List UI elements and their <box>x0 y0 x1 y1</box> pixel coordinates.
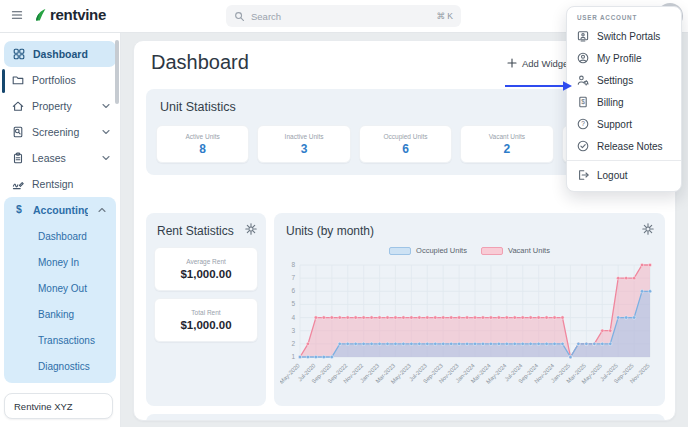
sidebar-scrollbar[interactable] <box>115 40 119 104</box>
svg-text:5: 5 <box>291 300 295 307</box>
chevron-up-icon <box>96 204 108 216</box>
sidebar-subitem-money-in[interactable]: Money In <box>4 249 116 275</box>
signature-icon <box>12 178 24 190</box>
svg-text:$: $ <box>16 204 22 215</box>
menu-item-billing[interactable]: $Billing <box>567 91 681 113</box>
hamburger-menu-icon[interactable] <box>11 9 23 21</box>
dollar-icon: $ <box>13 204 25 216</box>
sidebar-item-rentsign[interactable]: Rentsign <box>0 171 120 197</box>
rent-card-average-rent: Average Rent$1,000.00 <box>154 247 258 291</box>
next-widget-panel-peek <box>146 414 665 421</box>
sidebar-subitem-dashboard[interactable]: Dashboard <box>4 223 116 249</box>
sidebar-subitem-label: Money In <box>38 257 79 268</box>
units-chart-settings-gear-icon[interactable] <box>642 223 654 235</box>
sidebar-item-label: Dashboard <box>33 48 108 60</box>
brand-name: rentvine <box>50 6 106 23</box>
stat-value: 2 <box>504 142 511 156</box>
brand-logo: rentvine <box>33 6 106 23</box>
chart-legend: Occupied UnitsVacant Units <box>274 246 665 255</box>
sidebar-item-label: Screening <box>32 126 92 138</box>
accounting-group: $AccountingDashboardMoney InMoney OutBan… <box>4 197 116 383</box>
sidebar-item-label: Portfolios <box>32 74 112 86</box>
legend-item-vacant-units[interactable]: Vacant Units <box>481 246 550 255</box>
sidebar: DashboardPortfoliosPropertyScreeningLeas… <box>0 33 121 427</box>
rent-statistics-settings-gear-icon[interactable] <box>245 223 257 235</box>
workspace-selector[interactable]: Rentvine XYZ <box>4 393 113 419</box>
chevron-down-icon <box>100 126 112 138</box>
sidebar-subitem-label: Banking <box>38 309 74 320</box>
stat-label: Active Units <box>186 133 220 140</box>
release-notes-icon <box>577 140 589 152</box>
profile-icon <box>577 52 589 64</box>
sidebar-item-label: Rentsign <box>32 178 112 190</box>
rent-statistics-panel: Rent Statistics Average Rent$1,000.00Tot… <box>146 213 266 406</box>
menu-item-label: My Profile <box>597 53 641 64</box>
stat-card-active-units: Active Units8 <box>156 125 249 163</box>
chevron-down-icon <box>100 152 112 164</box>
sidebar-item-leases[interactable]: Leases <box>0 145 120 171</box>
sidebar-item-portfolios[interactable]: Portfolios <box>0 67 120 93</box>
menu-item-support[interactable]: ?Support <box>567 113 681 135</box>
dashboard-grid-icon <box>13 48 25 60</box>
stat-label: Total Rent <box>191 309 220 316</box>
stat-value: 6 <box>402 142 409 156</box>
sidebar-subitem-diagnostics[interactable]: Diagnostics <box>4 353 116 379</box>
units-chart-title: Units (by month) <box>286 224 374 238</box>
menu-item-release-notes[interactable]: Release Notes <box>567 135 681 157</box>
unit-statistics-title: Unit Statistics <box>160 100 236 114</box>
legend-swatch <box>481 247 503 255</box>
legend-swatch <box>389 247 411 255</box>
menu-item-label: Release Notes <box>597 141 663 152</box>
legend-item-occupied-units[interactable]: Occupied Units <box>389 246 467 255</box>
search-box[interactable]: ⌘ K <box>226 5 461 27</box>
stat-label: Vacant Units <box>489 133 525 140</box>
menu-divider <box>567 160 681 161</box>
sidebar-subitem-transactions[interactable]: Transactions <box>4 327 116 353</box>
stat-label: Average Rent <box>186 258 226 265</box>
add-widget-button[interactable]: Add Widget <box>506 57 571 69</box>
billing-icon: $ <box>577 96 589 108</box>
svg-text:8: 8 <box>291 261 295 268</box>
sidebar-item-label: Property <box>32 100 92 112</box>
user-account-menu: USER ACCOUNT Switch PortalsMy ProfileSet… <box>566 6 682 192</box>
svg-text:4: 4 <box>291 314 295 321</box>
svg-text:2: 2 <box>291 340 295 347</box>
sidebar-item-property[interactable]: Property <box>0 93 120 119</box>
svg-text:$: $ <box>581 98 585 105</box>
svg-text:?: ? <box>581 120 585 127</box>
menu-item-my-profile[interactable]: My Profile <box>567 47 681 69</box>
units-by-month-panel: Units (by month) Occupied UnitsVacant Un… <box>274 213 665 406</box>
stat-label: Inactive Units <box>285 133 324 140</box>
svg-text:7: 7 <box>291 274 295 281</box>
stat-label: Occupied Units <box>383 133 427 140</box>
sidebar-item-screening[interactable]: Screening <box>0 119 120 145</box>
stat-value: 3 <box>301 142 308 156</box>
rent-card-total-rent: Total Rent$1,000.00 <box>154 298 258 342</box>
svg-text:6: 6 <box>291 287 295 294</box>
support-icon: ? <box>577 118 589 130</box>
menu-item-switch-portals[interactable]: Switch Portals <box>567 25 681 47</box>
legend-label: Vacant Units <box>508 246 550 255</box>
document-search-icon <box>12 126 24 138</box>
stat-value: 8 <box>199 142 206 156</box>
menu-item-settings[interactable]: Settings <box>567 69 681 91</box>
sidebar-item-dashboard[interactable]: Dashboard <box>4 41 116 67</box>
sidebar-subitem-money-out[interactable]: Money Out <box>4 275 116 301</box>
rentvine-sprout-icon <box>33 8 47 22</box>
sidebar-subitem-banking[interactable]: Banking <box>4 301 116 327</box>
search-input[interactable] <box>251 11 430 22</box>
svg-text:May-2020: May-2020 <box>280 362 301 384</box>
sidebar-item-accounting[interactable]: $Accounting <box>4 197 116 223</box>
house-icon <box>12 100 24 112</box>
menu-item-label: Switch Portals <box>597 31 660 42</box>
stat-value: $1,000.00 <box>180 319 231 331</box>
rent-statistics-title: Rent Statistics <box>157 224 234 238</box>
sidebar-subitem-label: Money Out <box>38 283 87 294</box>
plus-icon <box>506 57 518 69</box>
user-settings-icon <box>577 74 589 86</box>
menu-item-logout[interactable]: Logout <box>567 164 681 186</box>
search-shortcut: ⌘ K <box>436 11 453 21</box>
svg-text:3: 3 <box>291 327 295 334</box>
search-icon <box>234 11 245 22</box>
logout-icon <box>577 169 589 181</box>
